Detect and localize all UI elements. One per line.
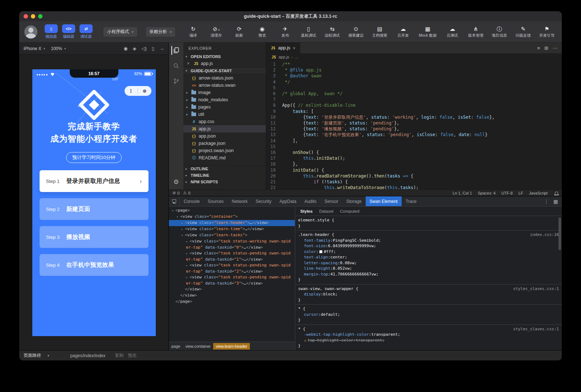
action-compile[interactable]: ↻编译 — [186, 26, 200, 38]
mode-button-debugger[interactable]: ⇄调试器 — [80, 24, 93, 39]
dom-node[interactable]: ▾<view class="container"> — [169, 214, 295, 220]
dom-node[interactable]: ▸<view class="learn-time">…</view> — [169, 226, 295, 232]
action-clear-cache[interactable]: ⊘▾清缓存 — [209, 26, 223, 38]
section-outline[interactable]: ▸OUTLINE — [183, 166, 266, 172]
inspect-element-icon[interactable] — [169, 196, 180, 206]
close-icon[interactable]: × — [187, 61, 191, 66]
explorer-icon[interactable] — [171, 46, 180, 55]
rule-selector[interactable]: * — [298, 327, 301, 331]
devtools-tab-appdata[interactable]: AppData — [275, 196, 300, 206]
section-npm-scripts[interactable]: ▸NPM SCRIPTS — [183, 179, 266, 185]
program-mode-select[interactable]: 小程序模式▾ — [103, 27, 137, 37]
dependency-analysis-select[interactable]: 依赖分析▾ — [146, 27, 175, 37]
action-preview[interactable]: ◉预览 — [255, 26, 269, 38]
open-external-icon[interactable]: → — [159, 46, 164, 51]
dom-node[interactable]: ▸<view class="task status-pending swan-s… — [169, 274, 295, 286]
style-property[interactable]: color:#fff; — [298, 249, 560, 255]
folder-item-pages[interactable]: ▸pages — [183, 103, 266, 111]
open-editor-item[interactable]: ×JSapp.js — [183, 60, 266, 67]
status-item[interactable]: UTF-8 — [501, 191, 513, 195]
devtools-tab-sensor[interactable]: Sensor — [321, 196, 342, 206]
devtools-tab-trace[interactable]: Trace — [402, 196, 420, 206]
stylesheet-link[interactable]: styles_slaves.css:1 — [513, 286, 559, 292]
status-item[interactable]: LF — [519, 191, 523, 195]
action-mock-data[interactable]: ▦Mock 数据 — [419, 26, 436, 38]
action-doc-search[interactable]: ▤文档搜索 — [372, 26, 387, 38]
section-project[interactable]: ▾ GUIDE-QUICK-START — [183, 67, 266, 74]
dom-node[interactable]: ▸<view class="task status-working swan-s… — [169, 238, 295, 250]
file-item-package-json[interactable]: {}package.json — [183, 140, 266, 147]
dom-node[interactable]: </view> — [169, 286, 295, 293]
file-item-app-json[interactable]: {}app.json — [183, 132, 266, 140]
styles-tab-styles[interactable]: Styles — [297, 208, 316, 215]
file-item-app-css[interactable]: #app.css — [183, 118, 266, 125]
action-cloud-dev[interactable]: ☁云开发 — [396, 26, 410, 38]
rule-selector[interactable]: .learn-header — [298, 232, 329, 237]
style-property[interactable]: font-family:PingFangSC-Semibold; — [298, 238, 560, 244]
devtools-dock-icon[interactable]: ▦ — [553, 199, 558, 204]
status-item[interactable]: JavaScript — [529, 191, 548, 195]
step-card[interactable]: Step 2新建页面 — [40, 198, 149, 220]
step-card[interactable]: Step 1登录并获取用户信息› — [40, 170, 149, 192]
styles-tab-computed[interactable]: Computed — [337, 208, 362, 215]
dom-node[interactable]: ▾<page> — [169, 208, 295, 214]
action-project-info[interactable]: ⓘ项目信息 — [492, 26, 507, 38]
style-property[interactable]: display:block; — [298, 291, 560, 297]
editor-tab-appjs[interactable]: JS app.js × — [266, 42, 300, 53]
color-swatch[interactable] — [319, 250, 322, 253]
section-timeline[interactable]: ▸TIMELINE — [183, 172, 266, 179]
status-item[interactable]: Ln 1, Col 1 — [453, 191, 472, 195]
file-item-project-swan-json[interactable]: {}project.swan.json — [183, 147, 266, 154]
device-select[interactable]: iPhone X ▾ — [24, 46, 45, 51]
dom-crumb[interactable]: view.container — [183, 343, 213, 350]
style-property[interactable]: letter-spacing:0.08vw; — [298, 260, 560, 266]
devtools-tab-network[interactable]: Network — [228, 196, 252, 206]
scrollbar-thumb[interactable] — [558, 217, 561, 250]
search-icon[interactable] — [172, 61, 180, 70]
action-search-suggest[interactable]: ⊙搜索建议 — [348, 26, 363, 38]
devtools-tab-swan-element[interactable]: Swan Element — [366, 196, 402, 206]
sound-icon[interactable]: ◁) — [142, 46, 147, 51]
user-avatar[interactable] — [24, 25, 37, 38]
rotate-icon[interactable]: ◈ — [133, 46, 137, 51]
style-property[interactable]: ⚠tap-highlight-color:transparent; — [298, 338, 560, 343]
source-control-icon[interactable] — [172, 77, 180, 85]
folder-item-node-modules[interactable]: ▸node_modules — [183, 96, 266, 103]
dom-crumb[interactable]: view.learn-header — [213, 343, 250, 350]
devtools-tab-audits[interactable]: Audits — [300, 196, 320, 206]
style-property[interactable]: line-height:8.052vw; — [298, 266, 560, 271]
open-editors-list-icon[interactable]: ≡ — [537, 45, 540, 51]
file-item-app-js[interactable]: JSapp.js — [183, 125, 266, 132]
folder-item-image[interactable]: ▸image — [183, 89, 266, 96]
style-property[interactable]: text-align:center; — [298, 254, 560, 260]
step-card[interactable]: Step 3播放视频 — [40, 226, 149, 248]
stylesheet-link[interactable]: index.css:16 — [530, 232, 559, 238]
action-feedback[interactable]: ✎问题反馈 — [516, 26, 531, 38]
file-item-arrow-status-json[interactable]: {}arrow-status.json — [183, 74, 266, 82]
preview-path-button[interactable]: 预览 — [128, 352, 137, 359]
more-actions-icon[interactable]: ⋯ — [553, 45, 557, 51]
zoom-select[interactable]: 100% ▾ — [51, 46, 66, 51]
devtools-tab-sources[interactable]: Sources — [204, 196, 228, 206]
style-property[interactable]: margin-top:41.70666666666667vw; — [298, 271, 560, 277]
stylesheet-link[interactable]: styles_slaves.css:1 — [513, 326, 559, 332]
rule-selector[interactable]: swan-view, swan-wrapper — [298, 286, 353, 291]
devtools-tab-console[interactable]: Console — [180, 196, 204, 206]
dom-node[interactable]: ▸<view class="task status-pending swan-s… — [169, 250, 295, 262]
step-card[interactable]: Step 4在手机中预览效果 — [40, 254, 149, 276]
style-property[interactable]: font-size:6.843999999999999vw; — [298, 243, 560, 249]
dom-node[interactable]: ▸<view class="task status-pending swan-s… — [169, 262, 295, 274]
action-publish[interactable]: ✈发布 — [278, 26, 292, 38]
action-remote-debug[interactable]: ⇆远程调试 — [325, 26, 340, 38]
action-version-control[interactable]: ⋔版本管理 — [468, 26, 483, 38]
devtools-more-icon[interactable]: ⋮ — [544, 199, 549, 204]
settings-gear-icon[interactable]: ⚙ — [173, 178, 179, 186]
split-editor-icon[interactable]: ⊞ — [544, 45, 548, 51]
file-item-readme-md[interactable]: ⓘREADME.md — [183, 154, 266, 162]
style-property[interactable]: cursor:default; — [298, 312, 560, 318]
page-path-select[interactable]: 页面路径 ▾ — [24, 352, 49, 359]
dom-tree[interactable]: ▾<page>▾<view class="container">▸<view c… — [169, 207, 295, 342]
problems-indicator[interactable]: ⊘0 ⚠0 — [172, 191, 190, 195]
breadcrumb[interactable]: JS app.js › … — [266, 53, 562, 61]
style-property[interactable]: -webkit-tap-highlight-color:transparent; — [298, 332, 560, 338]
